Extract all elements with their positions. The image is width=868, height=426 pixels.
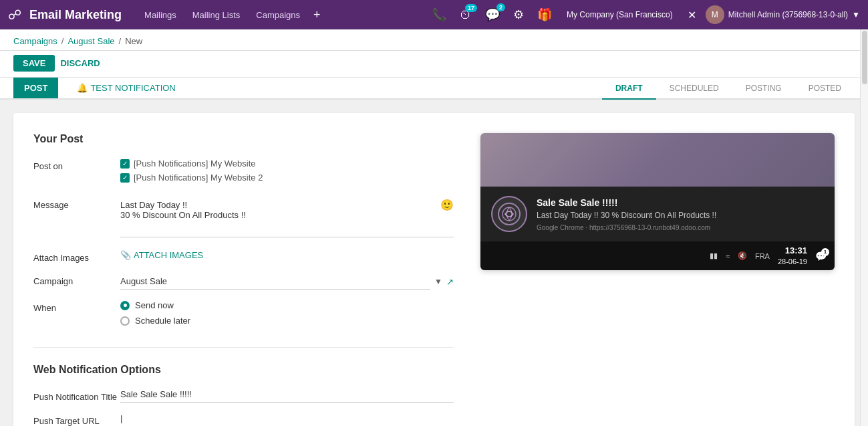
post-on-label: Post on [33, 158, 120, 171]
top-navigation: ☍ Email Marketing Mailings Mailing Lists… [0, 0, 868, 29]
svg-point-0 [498, 203, 520, 225]
section-divider [33, 347, 454, 348]
battery-icon: ▮▮ [710, 251, 718, 260]
breadcrumb-new: New [125, 36, 142, 46]
settings-icon[interactable]: ⚙ [509, 6, 528, 23]
breadcrumb-campaigns[interactable]: Campaigns [13, 36, 57, 46]
stage-bar: DRAFT SCHEDULED POSTING POSTED [602, 78, 855, 98]
test-notification-button[interactable]: 🔔 TEST NOTIFICATION [69, 78, 183, 98]
scrollbar-thumb[interactable] [862, 31, 867, 84]
send-now-radio[interactable] [120, 301, 130, 310]
message-field: 🙂 [120, 197, 454, 239]
nav-add-icon[interactable]: + [309, 8, 325, 22]
phone-icon[interactable]: 📞 [428, 6, 450, 23]
save-button[interactable]: SAVE [13, 55, 55, 72]
sound-icon: 🔇 [738, 251, 747, 260]
nav-mailings[interactable]: Mailings [138, 7, 183, 23]
push-title-value[interactable]: Sale Sale Sale !!!!! [120, 389, 192, 399]
section-title: Your Post [33, 133, 454, 145]
chat-icon[interactable]: 💬 2 [481, 6, 504, 23]
when-label: When [33, 300, 120, 313]
message-input[interactable] [120, 197, 454, 237]
attach-images-label: Attach Images [33, 250, 120, 263]
campaign-label: Campaign [33, 274, 120, 286]
user-name: Mitchell Admin (3756968-13-0-all) [728, 10, 848, 19]
app-title: Email Marketing [29, 8, 122, 22]
checkbox-1-icon [120, 159, 130, 169]
close-company-icon[interactable]: ✕ [684, 7, 700, 23]
post-on-option-2[interactable]: [Push Notifications] My Website 2 [120, 173, 454, 183]
main-content: Your Post Post on [Push Notifications] M… [0, 100, 868, 426]
post-on-label-2: [Push Notifications] My Website 2 [134, 173, 263, 183]
breadcrumb-sep1: / [61, 36, 64, 46]
push-target-url-field: | [120, 413, 454, 426]
post-on-field: [Push Notifications] My Website [Push No… [120, 158, 454, 187]
push-target-url-row: Push Target URL | [33, 413, 454, 426]
status-bar: POST 🔔 TEST NOTIFICATION DRAFT SCHEDULED… [0, 78, 868, 100]
nav-mailing-lists[interactable]: Mailing Lists [186, 7, 247, 23]
attach-images-button[interactable]: ATTACH IMAGES [120, 250, 203, 260]
when-row: When Send now Schedule later [33, 300, 454, 331]
nav-links: Mailings Mailing Lists Campaigns + [138, 7, 325, 23]
notification-source: Google Chrome · https://3756968-13-0.run… [537, 224, 824, 231]
stage-draft[interactable]: DRAFT [602, 78, 656, 100]
wifi-icon: ≈ [726, 252, 730, 260]
attach-images-row: Attach Images ATTACH IMAGES [33, 250, 454, 263]
campaign-dropdown[interactable]: August Sale [120, 274, 430, 290]
svg-point-1 [502, 207, 516, 221]
schedule-later-label: Schedule later [135, 316, 190, 326]
header-icons: 📞 ⏲ 17 💬 2 ⚙ 🎁 My Company (San Francisco… [428, 5, 860, 24]
send-now-label: Send now [135, 300, 174, 310]
stage-posting[interactable]: POSTING [732, 78, 795, 100]
user-avatar: M [706, 5, 724, 24]
scrollbar[interactable] [860, 29, 868, 426]
campaign-selector: August Sale ▼ ↗ [120, 274, 454, 290]
preview-notification: Sale Sale Sale !!!!! Last Day Today !! 3… [480, 187, 835, 241]
form-right: Sale Sale Sale !!!!! Last Day Today !! 3… [480, 133, 835, 270]
notification-content: Sale Sale Sale !!!!! Last Day Today !! 3… [537, 197, 824, 231]
when-field: Send now Schedule later [120, 300, 454, 331]
breadcrumb-august-sale[interactable]: August Sale [67, 36, 114, 46]
discussion-icon[interactable]: ⏲ 17 [456, 7, 476, 23]
discard-button[interactable]: DISCARD [60, 58, 100, 68]
breadcrumb: Campaigns / August Sale / New [0, 29, 868, 51]
message-bubble-badge: 1 [821, 248, 829, 256]
clock-time: 13:31 [778, 245, 807, 257]
preview-footer: ▮▮ ≈ 🔇 FRA 13:31 28-06-19 💬 1 [480, 241, 835, 270]
stage-scheduled[interactable]: SCHEDULED [656, 78, 732, 100]
attach-images-field: ATTACH IMAGES [120, 250, 454, 260]
post-on-option-1[interactable]: [Push Notifications] My Website [120, 158, 454, 169]
nav-campaigns[interactable]: Campaigns [249, 7, 307, 23]
post-button[interactable]: POST [13, 78, 58, 98]
user-dropdown-icon: ▼ [852, 10, 860, 19]
action-bar: SAVE DISCARD [0, 51, 868, 78]
send-now-option[interactable]: Send now [120, 300, 454, 310]
clock-date: 28-06-19 [778, 257, 807, 266]
breadcrumb-sep2: / [119, 36, 122, 46]
grid-menu-icon[interactable]: ☍ [8, 7, 21, 23]
preview-header [480, 133, 835, 187]
campaign-chevron-icon: ▼ [434, 277, 442, 286]
company-selector[interactable]: My Company (San Francisco) [561, 7, 678, 22]
schedule-later-radio[interactable] [120, 316, 130, 326]
schedule-later-option[interactable]: Schedule later [120, 316, 454, 326]
message-bubble-icon: 💬 1 [815, 251, 827, 261]
push-title-row: Push Notification Title Sale Sale Sale !… [33, 389, 454, 403]
message-wrapper: 🙂 [120, 197, 454, 239]
post-on-label-1: [Push Notifications] My Website [134, 158, 256, 169]
form-card: Your Post Post on [Push Notifications] M… [13, 113, 855, 426]
notification-body: Last Day Today !! 30 % Discount On All P… [537, 211, 824, 220]
campaign-row: Campaign August Sale ▼ ↗ [33, 274, 454, 290]
preview-time: 13:31 28-06-19 [778, 245, 807, 266]
push-target-url-label: Push Target URL [33, 413, 120, 426]
campaign-field: August Sale ▼ ↗ [120, 274, 454, 290]
checkbox-2-icon [120, 173, 130, 183]
user-menu[interactable]: M Mitchell Admin (3756968-13-0-all) ▼ [706, 5, 860, 24]
stage-posted[interactable]: POSTED [795, 78, 855, 100]
gift-icon[interactable]: 🎁 [533, 6, 556, 23]
notification-icon [491, 196, 527, 232]
push-target-url-value[interactable]: | [120, 413, 122, 423]
campaign-external-link-icon[interactable]: ↗ [446, 277, 454, 287]
emoji-icon[interactable]: 🙂 [440, 199, 454, 211]
message-label: Message [33, 197, 120, 210]
